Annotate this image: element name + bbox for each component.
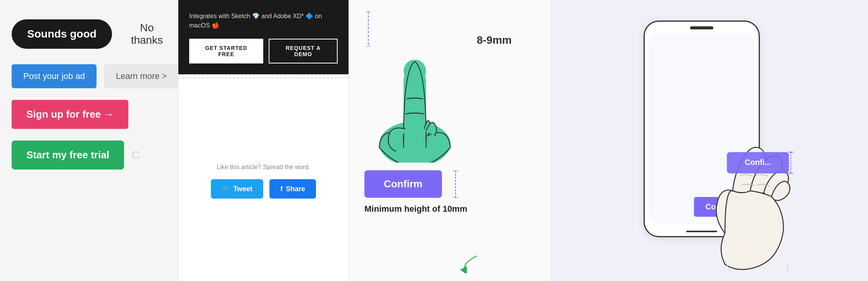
row-sign-up: Sign up for free → [12, 100, 166, 129]
row-sounds-good: Sounds good No thanks [12, 19, 166, 49]
right-panel: 8-9mm [349, 0, 868, 281]
integrates-text: Integrates with Sketch 💎 and Adobe XD* 🔷… [189, 12, 338, 30]
row-job-ad: Post your job ad Learn more > [12, 64, 166, 88]
social-buttons: 🐦 Tweet f Share [211, 179, 316, 199]
no-thanks-button[interactable]: No thanks [128, 22, 166, 46]
svg-point-5 [404, 60, 426, 82]
c-letter: C [132, 149, 140, 161]
measurement-dashes-icon [364, 12, 372, 46]
tweet-label: Tweet [233, 185, 253, 193]
start-trial-button[interactable]: Start my free trial [12, 140, 124, 170]
phone-screen: Confirm [649, 33, 755, 224]
facebook-icon: f [280, 185, 283, 193]
like-article-text: Like this article? Spread the word. [217, 164, 310, 171]
min-height-text: Minimum height of 10mm [364, 204, 535, 214]
tweet-button[interactable]: 🐦 Tweet [211, 179, 264, 199]
dashed-divider [178, 77, 349, 78]
left-panel: Sounds good No thanks Post your job ad L… [0, 0, 178, 281]
middle-panel: Integrates with Sketch 💎 and Adobe XD* 🔷… [178, 0, 349, 281]
get-started-button[interactable]: GET STARTED FREE [189, 39, 263, 63]
learn-more-button[interactable]: Learn more > [104, 64, 178, 88]
confirm-phone-button[interactable]: Confirm [694, 197, 747, 217]
share-label: Share [286, 185, 305, 193]
confirm-button-area: Confirm [364, 170, 535, 198]
twitter-icon: 🐦 [222, 185, 230, 193]
middle-bottom-section: Like this article? Spread the word. 🐦 Tw… [178, 81, 349, 281]
confirm-button[interactable]: Confirm [364, 170, 442, 198]
phone-illustration-area: Confirm [550, 0, 868, 281]
height-bracket-icon [450, 171, 461, 198]
confirm-phone-label: Confi [706, 202, 725, 211]
curved-arrow-icon [457, 254, 481, 273]
phone-device: Confirm [644, 21, 760, 237]
confirm-phone-ellipsis: rm [725, 202, 735, 211]
share-button[interactable]: f Share [269, 179, 316, 199]
request-demo-button[interactable]: REQUEST A DEMO [269, 39, 338, 63]
sounds-good-button[interactable]: Sounds good [12, 19, 112, 49]
phone-notch [690, 26, 713, 29]
middle-cta-buttons: GET STARTED FREE REQUEST A DEMO [189, 39, 338, 63]
right-illustration-area: 8-9mm [349, 0, 550, 281]
post-job-button[interactable]: Post your job ad [12, 64, 97, 88]
sign-up-button[interactable]: Sign up for free → [12, 100, 128, 129]
finger-illustration [364, 50, 465, 163]
measurement-label: 8-9mm [477, 34, 512, 46]
middle-top-section: Integrates with Sketch 💎 and Adobe XD* 🔷… [178, 0, 349, 74]
phone-home-indicator [686, 231, 717, 232]
row-start-trial: Start my free trial C [12, 140, 166, 170]
